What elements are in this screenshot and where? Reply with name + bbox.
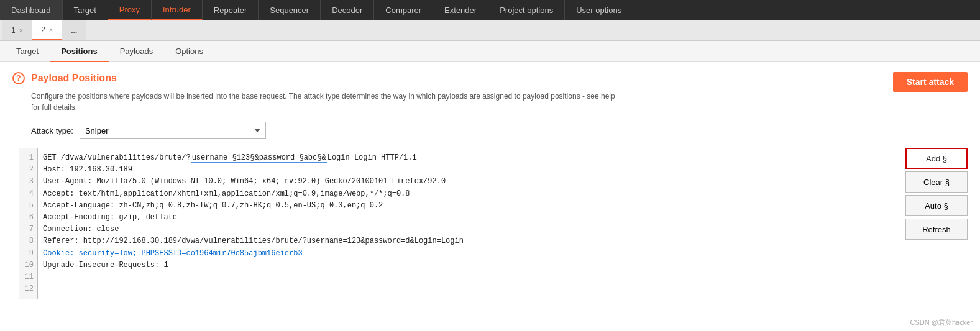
request-line-8: Referer: http://192.168.30.189/dvwa/vuln… xyxy=(43,235,895,247)
tab-1-label: 1 xyxy=(11,26,16,35)
nav-repeater[interactable]: Repeater xyxy=(203,0,259,20)
request-line-9: Cookie: security=low; PHPSESSID=co1964mi… xyxy=(43,248,895,260)
auto-section-button[interactable]: Auto § xyxy=(905,195,968,216)
tab-2-close[interactable]: × xyxy=(49,26,53,34)
subnav-positions[interactable]: Positions xyxy=(50,41,109,62)
description-text: Configure the positions where payloads w… xyxy=(31,91,968,113)
start-attack-button[interactable]: Start attack xyxy=(893,72,968,92)
request-line-6: Accept-Encoding: gzip, deflate xyxy=(43,212,895,224)
nav-extender[interactable]: Extender xyxy=(433,0,488,20)
tab-more-label: ... xyxy=(71,26,77,35)
section-header: ? Payload Positions xyxy=(12,72,968,84)
section-title: Payload Positions xyxy=(31,73,117,84)
request-area: 1 2 3 4 5 6 7 8 9 10 11 12 GET /dvwa/vul… xyxy=(19,148,968,299)
tab-2-label: 2 xyxy=(41,25,45,34)
top-navigation: Dashboard Target Proxy Intruder Repeater… xyxy=(0,0,980,20)
request-line-11 xyxy=(43,271,895,283)
nav-project-options[interactable]: Project options xyxy=(488,0,565,20)
request-editor[interactable]: GET /dvwa/vulnerabilities/brute/?usernam… xyxy=(37,148,900,299)
refresh-button[interactable]: Refresh xyxy=(905,219,968,240)
request-line-2: Host: 192.168.30.189 xyxy=(43,164,895,176)
attack-type-select[interactable]: Sniper Battering ram Pitchfork Cluster b… xyxy=(80,122,266,139)
nav-intruder[interactable]: Intruder xyxy=(152,0,203,20)
nav-decoder[interactable]: Decoder xyxy=(321,0,374,20)
tab-bar: 1 × 2 × ... xyxy=(0,20,980,41)
tab-1-close[interactable]: × xyxy=(19,27,23,34)
attack-type-row: Attack type: Sniper Battering ram Pitchf… xyxy=(31,122,968,139)
tab-2[interactable]: 2 × xyxy=(32,20,62,40)
clear-section-button[interactable]: Clear § xyxy=(905,171,968,193)
payload-highlight: username=§123§&password=§abc§& xyxy=(191,153,327,163)
request-line-10: Upgrade-Insecure-Requests: 1 xyxy=(43,260,895,271)
subnav-options[interactable]: Options xyxy=(164,41,214,61)
line-numbers: 1 2 3 4 5 6 7 8 9 10 11 12 xyxy=(19,148,37,299)
nav-user-options[interactable]: User options xyxy=(565,0,633,20)
action-buttons: Add § Clear § Auto § Refresh xyxy=(905,148,968,299)
sub-navigation: Target Positions Payloads Options xyxy=(0,41,980,62)
nav-dashboard[interactable]: Dashboard xyxy=(0,0,63,20)
nav-proxy[interactable]: Proxy xyxy=(108,0,152,20)
request-line-7: Connection: close xyxy=(43,224,895,235)
request-line-5: Accept-Language: zh-CN,zh;q=0.8,zh-TW;q=… xyxy=(43,200,895,212)
nav-target[interactable]: Target xyxy=(63,0,108,20)
tab-1[interactable]: 1 × xyxy=(2,20,32,40)
request-line-3: User-Agent: Mozilla/5.0 (Windows NT 10.0… xyxy=(43,176,895,188)
nav-sequencer[interactable]: Sequencer xyxy=(259,0,321,20)
main-content: ? Payload Positions Start attack Configu… xyxy=(0,62,980,331)
request-line-4: Accept: text/html,application/xhtml+xml,… xyxy=(43,188,895,200)
help-icon[interactable]: ? xyxy=(12,72,25,84)
subnav-target[interactable]: Target xyxy=(5,41,50,61)
subnav-payloads[interactable]: Payloads xyxy=(109,41,164,61)
attack-type-label: Attack type: xyxy=(31,126,73,135)
request-line-1: GET /dvwa/vulnerabilities/brute/?usernam… xyxy=(43,152,895,164)
add-section-button[interactable]: Add § xyxy=(905,148,968,169)
watermark: CSDN @君莫hacker xyxy=(910,318,973,327)
request-line-12 xyxy=(43,283,895,295)
nav-comparer[interactable]: Comparer xyxy=(374,0,433,20)
tab-more[interactable]: ... xyxy=(62,20,86,40)
app-window: Dashboard Target Proxy Intruder Repeater… xyxy=(0,0,980,331)
